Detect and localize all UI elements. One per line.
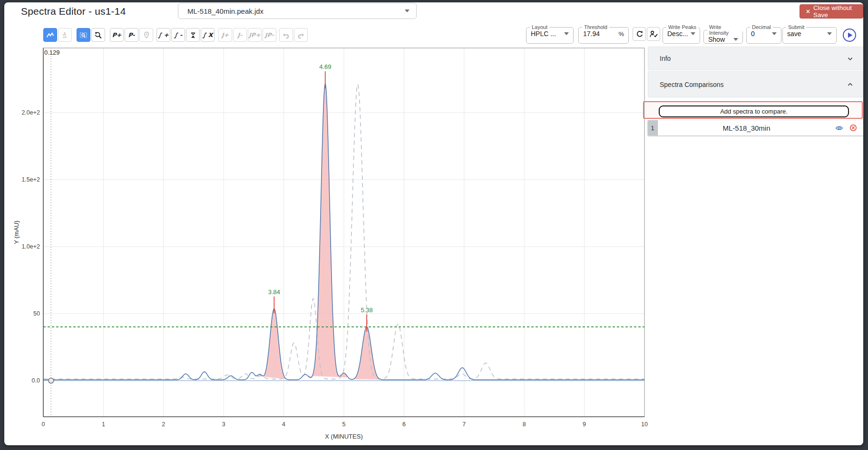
x-axis-title: X (MINUTES): [325, 433, 362, 440]
peak-label: 5.38: [361, 306, 372, 314]
svg-text:7: 7: [462, 421, 466, 428]
section-info-header[interactable]: Info: [648, 47, 863, 70]
chevron-up-icon: [847, 81, 854, 88]
comparison-name: ML-518_30min: [658, 120, 835, 135]
svg-text:4: 4: [282, 421, 285, 428]
svg-text:9: 9: [583, 421, 586, 428]
gridlines: [43, 48, 644, 417]
comparison-row: 1 ML-518_30min: [648, 120, 863, 135]
window-background: Spectra Editor - us1-14 ML-518_40min.pea…: [0, 0, 868, 450]
plot-area[interactable]: 0.1293.844.695.380123456789100.0501.0e+2…: [13, 48, 648, 440]
svg-text:50: 50: [33, 310, 40, 317]
remove-comparison-button[interactable]: [849, 124, 857, 132]
svg-text:2: 2: [162, 421, 165, 428]
circle-x-icon: [849, 124, 857, 132]
svg-text:10: 10: [641, 421, 648, 428]
svg-text:1.5e+2: 1.5e+2: [21, 176, 40, 183]
comparison-index-badge: 1: [648, 120, 658, 135]
cursor-value-label: 0.129: [44, 49, 60, 56]
add-spectra-button[interactable]: Add spectra to compare.: [659, 105, 849, 117]
section-comparisons-header[interactable]: Spectra Comparisons: [648, 71, 863, 97]
section-comparisons-label: Spectra Comparisons: [660, 81, 724, 88]
svg-text:6: 6: [402, 421, 406, 428]
comparison-actions: [835, 120, 863, 135]
svg-text:2.0e+2: 2.0e+2: [21, 109, 40, 116]
svg-text:0: 0: [42, 421, 45, 428]
svg-text:1.0e+2: 1.0e+2: [21, 243, 40, 250]
svg-text:1: 1: [102, 421, 105, 428]
svg-text:3: 3: [222, 421, 225, 428]
integration-fills: [257, 84, 381, 380]
chevron-down-icon: [847, 55, 854, 62]
eye-icon: [835, 124, 843, 132]
section-info-label: Info: [660, 55, 671, 62]
peak-label: 4.69: [319, 63, 331, 70]
y-axis-title: Y (mAU): [13, 220, 20, 244]
svg-text:8: 8: [523, 421, 526, 428]
side-panel: Info Spectra Comparisons Add spectra to …: [648, 47, 863, 97]
cursor-handle[interactable]: [49, 378, 54, 383]
svg-text:5: 5: [342, 421, 346, 428]
visibility-eye-button[interactable]: [835, 124, 843, 132]
peak-label: 3.84: [268, 288, 280, 296]
app-card: Spectra Editor - us1-14 ML-518_40min.pea…: [4, 2, 863, 445]
svg-text:0.0: 0.0: [32, 377, 40, 384]
